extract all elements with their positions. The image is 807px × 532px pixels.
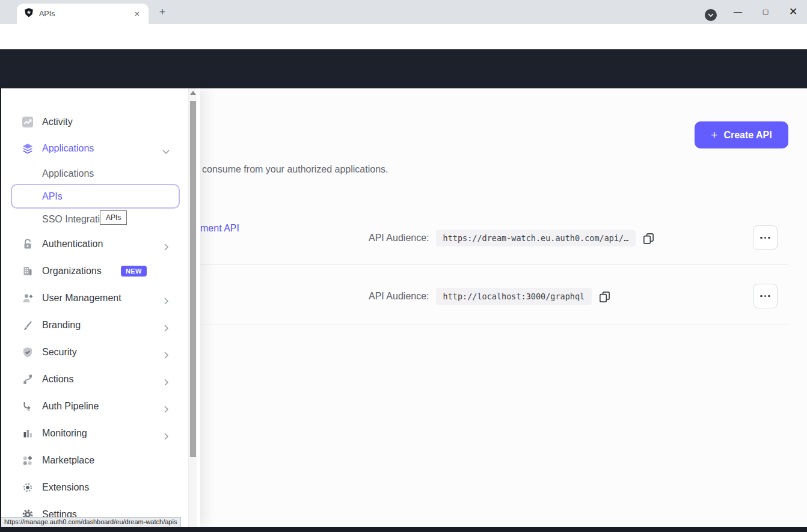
browser-toolbar: ← → manage.auth0.com/dashboard/eu/dream-… [0,24,807,49]
building-icon [22,265,34,277]
tab-title: APIs [39,10,132,18]
pipeline-arrow-icon [22,400,34,412]
lock-icon [22,238,34,250]
sidebar-item-authentication[interactable]: Authentication [1,232,200,256]
navigation-sidebar: Activity Applications Applications APIs … [1,88,200,527]
copy-icon[interactable] [642,232,655,245]
plus-icon: + [711,129,717,142]
sidebar-item-activity[interactable]: Activity [1,110,200,134]
chevron-down-icon [162,146,170,157]
tab-search-button[interactable] [705,9,717,21]
more-options-button[interactable] [753,284,778,308]
new-badge: NEW [121,266,147,277]
browser-tab-apis[interactable]: APIs × [17,4,149,24]
sidebar-item-extensions[interactable]: Extensions [1,475,200,500]
minimize-button[interactable]: — [724,0,752,23]
create-api-button[interactable]: + Create API [695,121,788,148]
api-audience-row: API Audience: https://dream-watch.eu.aut… [369,230,655,246]
sidebar-item-security[interactable]: Security [1,340,200,364]
chevron-right-icon [161,298,171,305]
shield-check-icon [22,346,34,358]
sidebar-item-applications-sub[interactable]: Applications [1,162,200,186]
chevron-right-icon [161,243,171,251]
chevron-right-icon [161,352,171,359]
sidebar-item-branding[interactable]: Branding [1,313,200,337]
sidebar-scrollbar[interactable] [188,88,197,527]
audience-label: API Audience: [369,233,429,243]
sidebar-item-organizations[interactable]: Organizations NEW [1,259,200,283]
bar-chart-icon [22,427,34,439]
activity-icon [22,116,34,128]
paintbrush-icon [22,319,34,331]
sidebar-item-monitoring[interactable]: Monitoring [1,421,200,445]
chevron-right-icon [161,433,171,440]
more-options-button[interactable] [753,225,778,250]
row-divider [200,325,788,325]
api-name-link[interactable]: ment API [200,223,239,234]
chevron-right-icon [161,406,171,413]
window-frame-bottom [0,527,807,532]
apis-page: + Create API consume from your authorize… [200,88,807,527]
scrollbar-thumb[interactable] [190,101,196,457]
page-description: consume from your authorized application… [202,164,388,175]
scroll-up-arrow[interactable] [190,91,196,95]
user-gear-icon [22,292,34,304]
sidebar-item-auth-pipeline[interactable]: Auth Pipeline [1,394,200,418]
status-bar-url: https://manage.auth0.com/dashboard/eu/dr… [1,517,181,527]
layers-icon [22,142,34,154]
tab-strip: APIs × + — ▢ ✕ [0,0,807,24]
sidebar-item-apis[interactable]: APIs [1,185,200,209]
auth0-favicon [24,8,34,20]
sidebar-item-user-management[interactable]: User Management [1,286,200,310]
api-audience-row: API Audience: http://localhost:3000/grap… [369,288,611,305]
audience-value-chip: http://localhost:3000/graphql [436,288,592,305]
app-header: dream-watch Discuss your needs Docs [0,49,807,88]
flow-icon [22,373,34,385]
tab-close-icon[interactable]: × [132,8,143,19]
chevron-down-icon [708,13,714,17]
sidebar-item-applications[interactable]: Applications [1,136,200,161]
close-button[interactable]: ✕ [779,0,807,23]
browser-window: APIs × + — ▢ ✕ ← → manage.auth0.com/dash… [0,0,807,532]
sidebar-item-marketplace[interactable]: Marketplace [1,448,200,472]
sidebar-item-actions[interactable]: Actions [1,367,200,391]
window-controls: — ▢ ✕ [724,0,807,24]
audience-label: API Audience: [369,291,429,302]
marketplace-grid-icon [22,454,34,466]
row-divider [200,264,788,265]
window-frame-left [0,88,1,532]
chevron-right-icon [161,325,171,332]
apis-tooltip: APIs [100,210,127,225]
copy-icon[interactable] [598,290,611,303]
new-tab-button[interactable]: + [156,7,168,19]
audience-value-chip: https://dream-watch.eu.auth0.com/api/… [436,230,636,246]
extensions-gear-icon [22,482,34,494]
maximize-button[interactable]: ▢ [752,0,779,23]
chevron-right-icon [161,379,171,386]
